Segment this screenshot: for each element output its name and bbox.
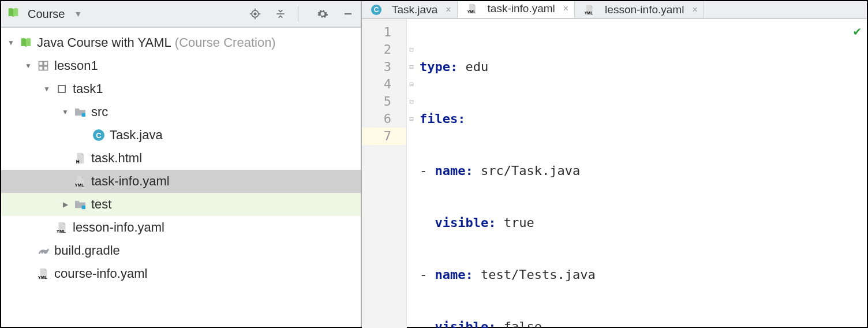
tab-label: lesson-info.yaml [605, 3, 684, 16]
gear-icon[interactable] [316, 7, 330, 21]
tree-root[interactable]: ▼ Java Course with YAML (Course Creation… [1, 31, 361, 54]
line-number: 1 [362, 24, 391, 41]
svg-rect-18 [82, 206, 85, 209]
chevron-down-icon[interactable]: ▼ [40, 83, 53, 95]
check-icon: ✔ [854, 23, 861, 40]
target-icon[interactable] [248, 7, 262, 21]
tree-task-java[interactable]: C Task.java [1, 124, 361, 147]
yaml-file-icon: YML [465, 1, 480, 16]
line-number: 7 [362, 128, 406, 145]
collapse-icon[interactable] [274, 7, 287, 21]
chevron-right-icon[interactable]: ▶ [59, 198, 72, 211]
sidebar-title[interactable]: Course [28, 8, 65, 21]
tree-label: test [91, 197, 111, 212]
tree-label: Task.java [110, 128, 163, 143]
yaml-file-icon: YML [582, 2, 597, 17]
tree-task-html[interactable]: H task.html [1, 147, 361, 170]
book-icon [7, 6, 20, 22]
svg-text:YML: YML [467, 10, 476, 14]
tree-label: src [91, 105, 108, 120]
project-tree[interactable]: ▼ Java Course with YAML (Course Creation… [1, 28, 361, 327]
yaml-file-icon: YML [36, 266, 51, 281]
svg-rect-10 [39, 66, 43, 70]
tree-label: task-info.yaml [91, 174, 170, 189]
tree-label: task.html [91, 151, 142, 166]
code-key: type: [420, 59, 458, 74]
svg-rect-12 [58, 85, 65, 92]
line-number: 2 [362, 41, 391, 58]
tree-label: lesson1 [54, 58, 98, 73]
svg-text:YML: YML [57, 229, 66, 234]
svg-rect-8 [39, 62, 43, 66]
tree-task[interactable]: ▼ task1 [1, 77, 361, 100]
tree-task-info[interactable]: YML task-info.yaml [1, 170, 361, 193]
svg-text:C: C [374, 6, 379, 14]
line-number: 6 [362, 110, 391, 128]
folder-icon [73, 197, 88, 212]
svg-text:YML: YML [75, 182, 85, 188]
line-number: 5 [362, 93, 391, 110]
line-gutter: 1 2 3 4 5 6 7 [362, 19, 407, 328]
tab-label: Task.java [392, 3, 437, 16]
editor-tabs: C Task.java × YML task-info.yaml × YML l… [362, 1, 867, 19]
yaml-file-icon: YML [73, 174, 88, 189]
tree-label: course-info.yaml [54, 266, 147, 281]
close-icon[interactable]: × [692, 5, 697, 15]
close-icon[interactable]: × [563, 3, 568, 14]
chevron-down-icon[interactable]: ▼ [22, 59, 35, 72]
svg-text:H: H [76, 159, 80, 165]
code-val: true [496, 215, 534, 230]
class-icon: C [91, 128, 106, 143]
code-key: visible: [435, 215, 496, 230]
tree-label: Java Course with YAML [37, 35, 171, 50]
line-number: 3 [362, 58, 391, 76]
svg-text:YML: YML [585, 11, 593, 15]
code-key: name: [435, 163, 473, 178]
tab-lesson-info[interactable]: YML lesson-info.yaml × [575, 1, 704, 18]
class-icon: C [369, 2, 384, 17]
minimize-icon[interactable] [341, 7, 355, 21]
code-prefix: - [420, 163, 435, 178]
folder-icon [73, 105, 88, 120]
code-key: visible: [435, 319, 496, 328]
svg-rect-13 [82, 113, 85, 117]
project-sidebar: Course ▼ ▼ Java Course with YAML (Course… [1, 1, 362, 327]
tree-build-gradle[interactable]: build.gradle [1, 239, 361, 262]
code-val: src/Task.java [473, 163, 580, 178]
code-key: name: [435, 267, 473, 282]
tree-src[interactable]: ▼ src [1, 100, 361, 124]
code-prefix [420, 215, 435, 230]
svg-rect-9 [44, 62, 48, 66]
code-key: files: [420, 111, 465, 126]
chevron-down-icon[interactable]: ▼ [5, 36, 17, 49]
editor-pane: C Task.java × YML task-info.yaml × YML l… [362, 1, 867, 327]
svg-text:C: C [96, 131, 102, 140]
tree-suffix: (Course Creation) [175, 35, 276, 50]
code-area[interactable]: 1 2 3 4 5 6 7 ⊟⊟⊟⊟⊟ type: edu files: - n… [362, 19, 867, 328]
tab-label: task-info.yaml [488, 2, 555, 15]
close-icon[interactable]: × [446, 5, 451, 15]
svg-point-1 [254, 13, 256, 14]
tree-test[interactable]: ▶ test [1, 193, 361, 216]
chevron-down-icon[interactable]: ▼ [59, 106, 72, 118]
sidebar-toolbar: Course ▼ [1, 1, 361, 28]
code-content[interactable]: type: edu files: - name: src/Task.java v… [407, 19, 867, 328]
svg-text:YML: YML [38, 275, 48, 280]
tree-label: lesson-info.yaml [73, 220, 164, 235]
tree-lesson[interactable]: ▼ lesson1 [1, 54, 361, 77]
code-val: false [496, 319, 541, 328]
tree-label: build.gradle [54, 243, 120, 258]
lesson-icon [36, 58, 51, 73]
tree-lesson-info[interactable]: YML lesson-info.yaml [1, 216, 361, 239]
svg-rect-11 [44, 66, 48, 70]
tab-task-java[interactable]: C Task.java × [362, 1, 458, 18]
tree-course-info[interactable]: YML course-info.yaml [1, 262, 361, 285]
tree-label: task1 [73, 81, 103, 96]
chevron-down-icon[interactable]: ▼ [74, 9, 82, 18]
code-prefix [420, 319, 435, 328]
tab-task-info[interactable]: YML task-info.yaml × [458, 1, 575, 18]
line-number: 4 [362, 76, 391, 93]
yaml-file-icon: YML [54, 220, 69, 235]
code-prefix: - [420, 267, 435, 282]
html-file-icon: H [73, 151, 88, 166]
